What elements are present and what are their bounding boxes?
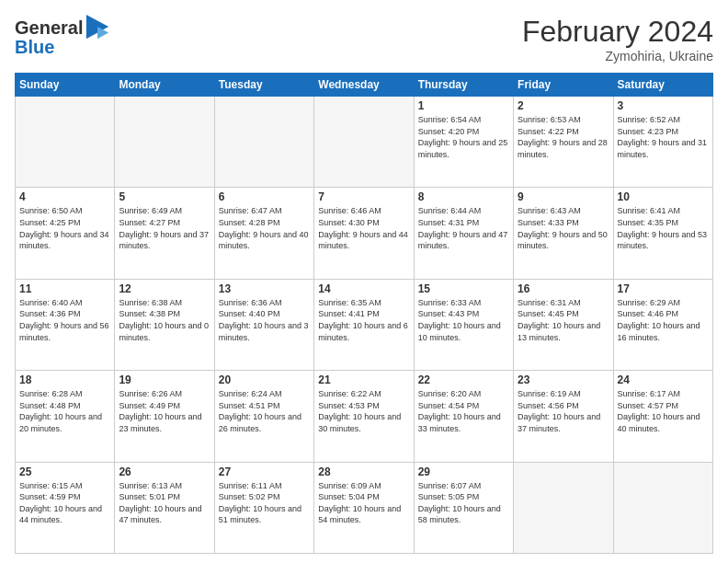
calendar-day-cell: 27Sunrise: 6:11 AM Sunset: 5:02 PM Dayli… (214, 462, 313, 553)
calendar-week-row: 11Sunrise: 6:40 AM Sunset: 4:36 PM Dayli… (16, 279, 713, 370)
calendar-day-cell: 29Sunrise: 6:07 AM Sunset: 5:05 PM Dayli… (414, 462, 513, 553)
calendar-day-cell: 28Sunrise: 6:09 AM Sunset: 5:04 PM Dayli… (314, 462, 414, 553)
calendar-day-header: Saturday (613, 74, 712, 97)
calendar-day-cell: 12Sunrise: 6:38 AM Sunset: 4:38 PM Dayli… (115, 279, 214, 370)
day-info: Sunrise: 6:22 AM Sunset: 4:53 PM Dayligh… (318, 388, 409, 434)
calendar-day-header: Wednesday (314, 74, 414, 97)
calendar-day-cell: 7Sunrise: 6:46 AM Sunset: 4:30 PM Daylig… (314, 188, 414, 279)
calendar-day-cell: 9Sunrise: 6:43 AM Sunset: 4:33 PM Daylig… (514, 188, 613, 279)
calendar-day-cell (514, 462, 613, 553)
day-number: 25 (19, 465, 110, 478)
calendar-day-cell: 16Sunrise: 6:31 AM Sunset: 4:45 PM Dayli… (514, 279, 613, 370)
day-number: 28 (318, 465, 409, 478)
day-info: Sunrise: 6:47 AM Sunset: 4:28 PM Dayligh… (219, 205, 310, 251)
day-number: 16 (518, 282, 609, 295)
day-info: Sunrise: 6:49 AM Sunset: 4:27 PM Dayligh… (119, 205, 210, 251)
day-info: Sunrise: 6:15 AM Sunset: 4:59 PM Dayligh… (19, 480, 110, 526)
day-info: Sunrise: 6:20 AM Sunset: 4:54 PM Dayligh… (418, 388, 509, 434)
calendar-day-cell: 20Sunrise: 6:24 AM Sunset: 4:51 PM Dayli… (214, 371, 313, 462)
day-info: Sunrise: 6:19 AM Sunset: 4:56 PM Dayligh… (518, 388, 609, 434)
calendar-day-cell: 3Sunrise: 6:52 AM Sunset: 4:23 PM Daylig… (613, 97, 712, 188)
calendar-day-cell: 5Sunrise: 6:49 AM Sunset: 4:27 PM Daylig… (115, 188, 214, 279)
calendar-day-cell: 23Sunrise: 6:19 AM Sunset: 4:56 PM Dayli… (514, 371, 613, 462)
calendar-header-row: SundayMondayTuesdayWednesdayThursdayFrid… (16, 74, 713, 97)
calendar-day-cell: 13Sunrise: 6:36 AM Sunset: 4:40 PM Dayli… (214, 279, 313, 370)
day-number: 24 (618, 373, 709, 386)
logo: General Blue (15, 15, 110, 58)
day-number: 18 (19, 373, 110, 386)
day-info: Sunrise: 6:31 AM Sunset: 4:45 PM Dayligh… (518, 297, 609, 343)
page: General Blue February 2024 Zymohiria, Uk… (0, 0, 728, 563)
calendar-day-header: Tuesday (214, 74, 313, 97)
day-number: 2 (518, 99, 609, 112)
calendar-day-cell: 22Sunrise: 6:20 AM Sunset: 4:54 PM Dayli… (414, 371, 513, 462)
calendar-day-header: Monday (115, 74, 214, 97)
day-number: 7 (318, 190, 409, 203)
day-info: Sunrise: 6:38 AM Sunset: 4:38 PM Dayligh… (119, 297, 210, 343)
day-number: 6 (219, 190, 310, 203)
day-number: 14 (318, 282, 409, 295)
calendar-day-cell: 19Sunrise: 6:26 AM Sunset: 4:49 PM Dayli… (115, 371, 214, 462)
day-number: 22 (418, 373, 509, 386)
day-info: Sunrise: 6:17 AM Sunset: 4:57 PM Dayligh… (618, 388, 709, 434)
calendar-day-cell (115, 97, 214, 188)
calendar-day-cell: 21Sunrise: 6:22 AM Sunset: 4:53 PM Dayli… (314, 371, 414, 462)
day-number: 4 (19, 190, 110, 203)
calendar-week-row: 18Sunrise: 6:28 AM Sunset: 4:48 PM Dayli… (16, 371, 713, 462)
calendar-day-cell: 8Sunrise: 6:44 AM Sunset: 4:31 PM Daylig… (414, 188, 513, 279)
calendar-day-header: Sunday (16, 74, 115, 97)
day-info: Sunrise: 6:29 AM Sunset: 4:46 PM Dayligh… (618, 297, 709, 343)
day-info: Sunrise: 6:07 AM Sunset: 5:05 PM Dayligh… (418, 480, 509, 526)
calendar-day-cell: 6Sunrise: 6:47 AM Sunset: 4:28 PM Daylig… (214, 188, 313, 279)
calendar-week-row: 25Sunrise: 6:15 AM Sunset: 4:59 PM Dayli… (16, 462, 713, 553)
day-info: Sunrise: 6:46 AM Sunset: 4:30 PM Dayligh… (318, 205, 409, 251)
location-subtitle: Zymohiria, Ukraine (522, 49, 713, 63)
calendar-day-cell: 11Sunrise: 6:40 AM Sunset: 4:36 PM Dayli… (16, 279, 115, 370)
day-info: Sunrise: 6:40 AM Sunset: 4:36 PM Dayligh… (19, 297, 110, 343)
day-info: Sunrise: 6:26 AM Sunset: 4:49 PM Dayligh… (119, 388, 210, 434)
day-info: Sunrise: 6:36 AM Sunset: 4:40 PM Dayligh… (219, 297, 310, 343)
calendar-day-cell: 25Sunrise: 6:15 AM Sunset: 4:59 PM Dayli… (16, 462, 115, 553)
calendar-week-row: 1Sunrise: 6:54 AM Sunset: 4:20 PM Daylig… (16, 97, 713, 188)
calendar-day-cell (613, 462, 712, 553)
day-info: Sunrise: 6:28 AM Sunset: 4:48 PM Dayligh… (19, 388, 110, 434)
day-number: 11 (19, 282, 110, 295)
calendar-day-cell: 17Sunrise: 6:29 AM Sunset: 4:46 PM Dayli… (613, 279, 712, 370)
calendar-day-cell: 2Sunrise: 6:53 AM Sunset: 4:22 PM Daylig… (514, 97, 613, 188)
calendar-day-cell (214, 97, 313, 188)
day-info: Sunrise: 6:24 AM Sunset: 4:51 PM Dayligh… (219, 388, 310, 434)
logo-general-text: General (15, 17, 83, 39)
day-number: 27 (219, 465, 310, 478)
day-info: Sunrise: 6:52 AM Sunset: 4:23 PM Dayligh… (618, 114, 709, 160)
month-year-title: February 2024 (522, 15, 713, 49)
calendar-day-cell (16, 97, 115, 188)
calendar-day-cell: 18Sunrise: 6:28 AM Sunset: 4:48 PM Dayli… (16, 371, 115, 462)
calendar-day-cell: 10Sunrise: 6:41 AM Sunset: 4:35 PM Dayli… (613, 188, 712, 279)
calendar-day-cell: 26Sunrise: 6:13 AM Sunset: 5:01 PM Dayli… (115, 462, 214, 553)
calendar-day-cell: 14Sunrise: 6:35 AM Sunset: 4:41 PM Dayli… (314, 279, 414, 370)
day-number: 15 (418, 282, 509, 295)
day-info: Sunrise: 6:13 AM Sunset: 5:01 PM Dayligh… (119, 480, 210, 526)
day-info: Sunrise: 6:09 AM Sunset: 5:04 PM Dayligh… (318, 480, 409, 526)
day-info: Sunrise: 6:41 AM Sunset: 4:35 PM Dayligh… (618, 205, 709, 251)
day-info: Sunrise: 6:43 AM Sunset: 4:33 PM Dayligh… (518, 205, 609, 251)
day-info: Sunrise: 6:54 AM Sunset: 4:20 PM Dayligh… (418, 114, 509, 160)
calendar-day-cell (314, 97, 414, 188)
calendar-table: SundayMondayTuesdayWednesdayThursdayFrid… (15, 73, 713, 554)
day-number: 5 (119, 190, 210, 203)
header: General Blue February 2024 Zymohiria, Uk… (15, 15, 713, 63)
calendar-week-row: 4Sunrise: 6:50 AM Sunset: 4:25 PM Daylig… (16, 188, 713, 279)
day-info: Sunrise: 6:35 AM Sunset: 4:41 PM Dayligh… (318, 297, 409, 343)
day-info: Sunrise: 6:44 AM Sunset: 4:31 PM Dayligh… (418, 205, 509, 251)
day-number: 21 (318, 373, 409, 386)
calendar-day-cell: 15Sunrise: 6:33 AM Sunset: 4:43 PM Dayli… (414, 279, 513, 370)
day-info: Sunrise: 6:50 AM Sunset: 4:25 PM Dayligh… (19, 205, 110, 251)
day-info: Sunrise: 6:53 AM Sunset: 4:22 PM Dayligh… (518, 114, 609, 160)
calendar-day-cell: 4Sunrise: 6:50 AM Sunset: 4:25 PM Daylig… (16, 188, 115, 279)
day-number: 10 (618, 190, 709, 203)
calendar-day-header: Friday (514, 74, 613, 97)
day-number: 17 (618, 282, 709, 295)
day-number: 20 (219, 373, 310, 386)
title-block: February 2024 Zymohiria, Ukraine (522, 15, 713, 63)
calendar-day-cell: 1Sunrise: 6:54 AM Sunset: 4:20 PM Daylig… (414, 97, 513, 188)
